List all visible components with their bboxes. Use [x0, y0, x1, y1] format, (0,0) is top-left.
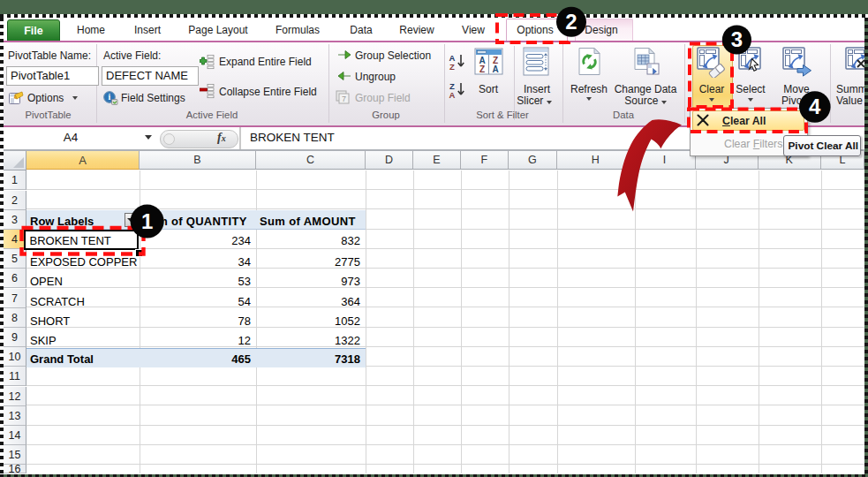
svg-text:4: 4	[809, 95, 821, 118]
svg-text:3: 3	[731, 27, 743, 51]
svg-text:1: 1	[141, 209, 153, 233]
svg-text:2: 2	[565, 10, 577, 34]
